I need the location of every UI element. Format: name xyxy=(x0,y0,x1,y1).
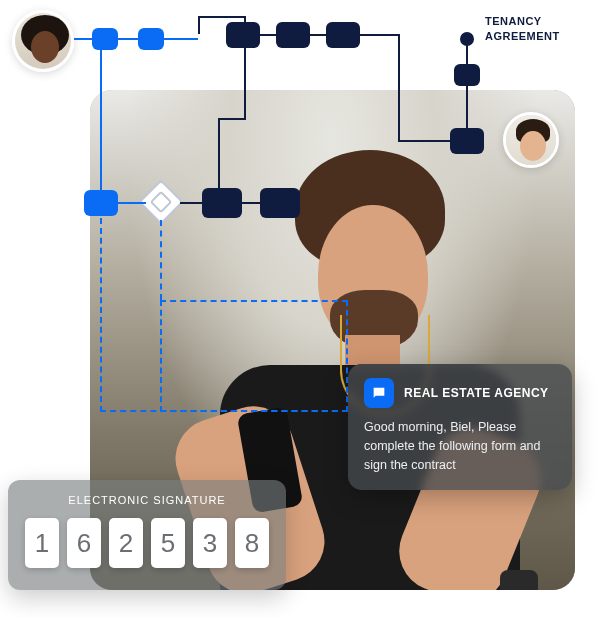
signature-label: ELECTRONIC SIGNATURE xyxy=(24,494,270,506)
signature-panel: ELECTRONIC SIGNATURE 1 6 2 5 3 8 xyxy=(8,480,286,590)
signature-digit: 3 xyxy=(193,518,227,568)
diagram-canvas: TENANCY AGREEMENT xyxy=(0,0,600,618)
flow-node xyxy=(276,22,310,48)
signature-digit: 8 xyxy=(235,518,269,568)
flow-node xyxy=(326,22,360,48)
smartwatch xyxy=(500,570,538,590)
flow-node xyxy=(454,64,480,86)
signature-digit: 1 xyxy=(25,518,59,568)
tenancy-label: TENANCY AGREEMENT xyxy=(485,14,560,44)
notification-sender: REAL ESTATE AGENCY xyxy=(404,386,549,400)
flow-node xyxy=(260,188,300,218)
signature-digit: 6 xyxy=(67,518,101,568)
avatar-user-2 xyxy=(503,112,559,168)
flow-node xyxy=(450,128,484,154)
signature-digit: 5 xyxy=(151,518,185,568)
avatar-user-1 xyxy=(12,10,74,72)
signature-digits: 1 6 2 5 3 8 xyxy=(24,518,270,568)
flow-node xyxy=(92,28,118,50)
notification-card: REAL ESTATE AGENCY Good morning, Biel, P… xyxy=(348,364,572,490)
signature-digit: 2 xyxy=(109,518,143,568)
flow-node xyxy=(138,28,164,50)
flow-node xyxy=(226,22,260,48)
chat-icon xyxy=(364,378,394,408)
tenancy-line-1: TENANCY xyxy=(485,14,560,29)
flow-node xyxy=(84,190,118,216)
tenancy-line-2: AGREEMENT xyxy=(485,29,560,44)
flow-node xyxy=(202,188,242,218)
notification-message: Good morning, Biel, Please complete the … xyxy=(364,418,556,474)
